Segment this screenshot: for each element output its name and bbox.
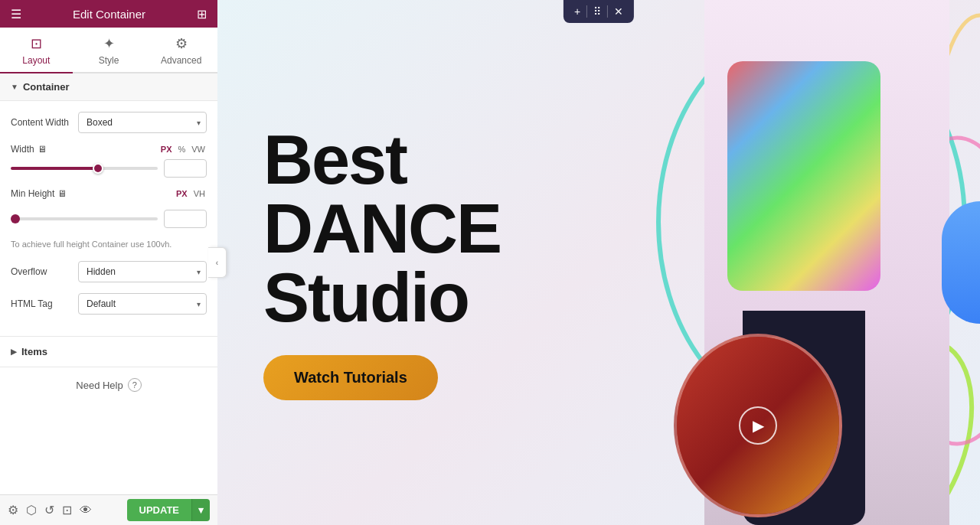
min-height-unit-buttons: PX VH	[175, 188, 207, 199]
min-height-monitor-icon: 🖥	[57, 188, 67, 199]
dance-studio-content: Best DANCE Studio Watch Tutorials	[263, 126, 501, 400]
settings-icon[interactable]: ⚙	[8, 503, 18, 517]
panel-title: Edit Container	[73, 8, 145, 21]
video-thumbnail[interactable]: ▶	[674, 334, 842, 517]
overflow-select-wrapper: Hidden Visible Auto ▾	[78, 261, 207, 282]
update-dropdown-button[interactable]: ▾	[191, 499, 210, 521]
min-height-slider[interactable]	[11, 217, 158, 220]
tab-style[interactable]: ✦ Style	[73, 28, 145, 72]
width-unit-buttons: PX % VW	[159, 144, 207, 155]
bottom-toolbar: ⚙ ⬡ ↺ ⊡ 👁 UPDATE ▾	[0, 494, 217, 525]
width-row: Width 🖥 PX % VW	[11, 144, 207, 155]
need-help-area: Need Help ?	[0, 367, 217, 403]
content-width-select-wrapper: Boxed Full Width ▾	[78, 112, 207, 133]
unit-px[interactable]: PX	[159, 144, 174, 155]
element-move-button[interactable]: ⠿	[589, 3, 606, 20]
content-width-select[interactable]: Boxed Full Width	[78, 112, 207, 133]
tab-advanced-label: Advanced	[161, 55, 201, 66]
layout-icon: ⊡	[31, 35, 42, 52]
container-section-header[interactable]: ▼ Container	[0, 73, 217, 101]
html-tag-select-wrapper: Default div section article ▾	[78, 293, 207, 315]
advanced-icon: ⚙	[175, 35, 188, 52]
min-height-row: Min Height 🖥 PX VH	[11, 188, 207, 199]
toolbar-icons: ⚙ ⬡ ↺ ⊡ 👁	[8, 503, 92, 517]
width-slider[interactable]	[11, 167, 158, 170]
responsive-icon[interactable]: ⊡	[62, 503, 72, 517]
overflow-label: Overflow	[11, 266, 72, 277]
content-width-label: Content Width	[11, 117, 72, 128]
tabs: ⊡ Layout ✦ Style ⚙ Advanced	[0, 28, 217, 73]
items-section-header[interactable]: ▶ Items	[0, 336, 217, 367]
min-height-range-row	[11, 210, 207, 228]
update-btn-wrapper: UPDATE ▾	[127, 499, 210, 521]
items-chevron-icon: ▶	[11, 347, 17, 356]
help-icon: ?	[128, 378, 142, 392]
need-help-label: Need Help	[76, 380, 122, 391]
history-icon[interactable]: ↺	[44, 503, 54, 517]
tab-layout-label: Layout	[22, 55, 50, 66]
jacket-color	[727, 61, 880, 291]
overflow-row: Overflow Hidden Visible Auto ▾	[11, 261, 207, 282]
play-btn-wrapper: ▶	[677, 337, 839, 514]
min-height-unit-px[interactable]: PX	[175, 188, 189, 199]
html-tag-row: HTML Tag Default div section article ▾	[11, 293, 207, 315]
container-form: Content Width Boxed Full Width ▾ Width 🖥…	[0, 101, 217, 336]
width-number-input[interactable]: 1140	[164, 159, 207, 178]
tab-layout[interactable]: ⊡ Layout	[0, 28, 73, 73]
element-add-button[interactable]: +	[570, 3, 585, 20]
toolbar-separator-2	[607, 5, 608, 18]
main-content: + ⠿ ✕ Best DANCE Studio Watch Tutorials	[217, 0, 980, 525]
overflow-select[interactable]: Hidden Visible Auto	[78, 261, 207, 282]
top-bar: ☰ Edit Container ⊞	[0, 0, 217, 28]
update-button[interactable]: UPDATE	[127, 499, 191, 521]
style-icon: ✦	[103, 35, 115, 52]
grid-icon[interactable]: ⊞	[197, 7, 207, 21]
preview-icon[interactable]: 👁	[80, 504, 92, 517]
collapse-toggle[interactable]: ‹	[208, 247, 227, 278]
right-partial-circle	[942, 201, 980, 324]
container-chevron-icon: ▼	[11, 83, 18, 91]
width-range-row: 1140	[11, 159, 207, 178]
play-button[interactable]: ▶	[739, 406, 777, 445]
element-toolbar: + ⠿ ✕	[564, 0, 634, 23]
collapse-icon: ‹	[216, 259, 218, 267]
monitor-icon: 🖥	[38, 144, 47, 155]
left-panel: ☰ Edit Container ⊞ ⊡ Layout ✦ Style ⚙ Ad…	[0, 0, 217, 525]
heading-best: Best	[263, 126, 501, 194]
content-width-row: Content Width Boxed Full Width ▾	[11, 112, 207, 133]
heading-studio: Studio	[263, 263, 501, 332]
html-tag-label: HTML Tag	[11, 298, 72, 309]
watch-tutorials-button[interactable]: Watch Tutorials	[263, 355, 438, 400]
tab-style-label: Style	[99, 55, 119, 66]
heading-dance: DANCE	[263, 194, 501, 263]
width-label: Width 🖥	[11, 144, 72, 155]
panel-scrollable: ▼ Container Content Width Boxed Full Wid…	[0, 73, 217, 525]
tab-advanced[interactable]: ⚙ Advanced	[145, 28, 217, 72]
html-tag-select[interactable]: Default div section article	[78, 293, 207, 315]
items-section-label: Items	[21, 346, 47, 357]
toolbar-separator-1	[586, 5, 587, 18]
layers-icon[interactable]: ⬡	[26, 503, 37, 517]
min-height-unit-vh[interactable]: VH	[192, 188, 207, 199]
min-height-hint: To achieve full height Container use 100…	[11, 239, 207, 250]
unit-percent[interactable]: %	[176, 144, 187, 155]
element-delete-button[interactable]: ✕	[609, 3, 628, 20]
min-height-label: Min Height 🖥	[11, 188, 72, 199]
dance-heading: Best DANCE Studio	[263, 126, 501, 332]
need-help-button[interactable]: Need Help ?	[76, 378, 141, 392]
min-height-number-input[interactable]	[164, 210, 207, 228]
hamburger-icon[interactable]: ☰	[11, 7, 21, 21]
unit-vw[interactable]: VW	[190, 144, 207, 155]
container-section-label: Container	[23, 81, 70, 93]
